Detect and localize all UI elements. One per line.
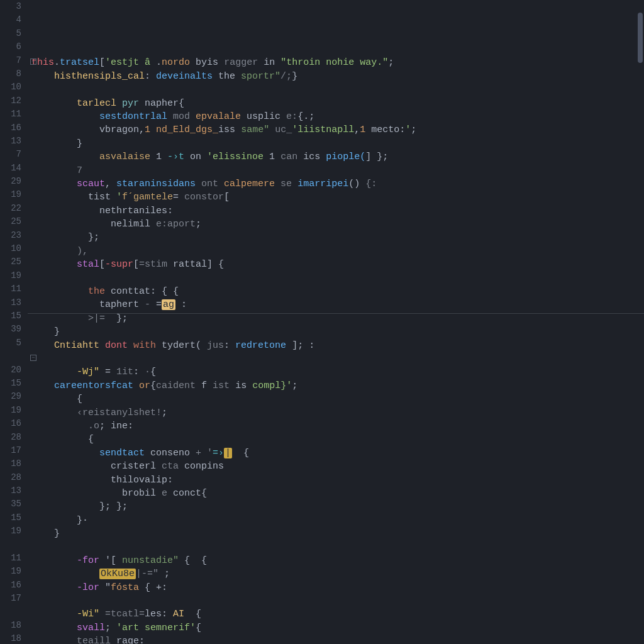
line-number: 28 [0, 471, 21, 484]
token [31, 111, 99, 122]
code-line[interactable]: } [31, 137, 644, 150]
token: tarlecl [77, 98, 116, 109]
code-line[interactable] [31, 272, 644, 285]
token: /; [280, 71, 292, 82]
code-line[interactable]: teaill rage: [31, 635, 644, 644]
code-line[interactable]: brobil e conct{ [31, 487, 644, 500]
token: ragger [224, 57, 258, 68]
token [31, 179, 77, 189]
code-line[interactable]: >|= }; [31, 312, 644, 325]
code-line[interactable]: histhensipls_cal: deveinalts the sportr"… [31, 70, 644, 83]
code-line[interactable]: -for '[ nunstadie" { { [31, 554, 644, 567]
line-number: 18 [0, 619, 21, 632]
code-line[interactable]: } [31, 325, 644, 338]
token: staraninsidans [116, 179, 196, 189]
code-line[interactable]: scaut, staraninsidans ont calpemere se i… [31, 177, 644, 191]
token: ; [105, 623, 116, 633]
token: teaill [77, 636, 111, 644]
code-line[interactable]: ‹reistanylshet!; [31, 406, 644, 419]
code-line[interactable]: { [31, 433, 644, 446]
code-line[interactable]: }· [31, 514, 644, 527]
token: : [175, 299, 187, 310]
fold-marker-icon[interactable]: − [30, 355, 36, 361]
token: se [275, 179, 297, 189]
code-line[interactable]: thilovalip: [31, 474, 644, 487]
code-line[interactable]: -Wi" =tcatl=les: AI { [31, 608, 644, 621]
line-number: 25 [0, 215, 21, 228]
line-number: 22 [0, 202, 21, 215]
code-line[interactable]: 7 [31, 164, 644, 177]
token: e: [286, 111, 297, 122]
token: rattal [167, 259, 207, 270]
token: iss [218, 125, 241, 135]
token: conseno [145, 448, 196, 458]
code-line[interactable]: OkKu8e|-=" ; [31, 567, 644, 580]
line-number [0, 350, 21, 363]
code-line[interactable]: sestdontrlal mod epvalale usplic e:{.; [31, 110, 644, 123]
line-number: 19 [0, 404, 21, 417]
code-line[interactable] [31, 83, 644, 96]
token: mod [167, 111, 196, 122]
token: : [145, 71, 156, 82]
token: =tcatl= [99, 609, 145, 619]
code-line[interactable]: vbragon,1 nd_Eld_dgs_iss same" uc_'liist… [31, 123, 644, 136]
code-line[interactable] [31, 540, 644, 553]
code-line[interactable]: nelimil e:aport; [31, 218, 644, 231]
code-line[interactable]: careentorsfcat or{caident f ist is compl… [31, 379, 644, 392]
code-line[interactable]: -Wj" = 1it: ·{ [31, 365, 644, 379]
code-line[interactable]: −this.tratsel['estjt â .nordo byis ragge… [31, 56, 644, 69]
code-line[interactable]: nethrtaniles: [31, 204, 644, 218]
code-line[interactable]: stal[-supr[=stim rattal] { [31, 258, 644, 271]
token: taphert [31, 299, 145, 310]
code-editor[interactable]: 3456781012111613714291922252310251911131… [0, 0, 644, 644]
code-line[interactable]: svall; 'art semnerif'{ [31, 621, 644, 635]
token [31, 475, 111, 486]
token: ' [405, 125, 411, 135]
token: ; [196, 219, 201, 230]
token: "throin nohie way." [280, 57, 388, 68]
code-line[interactable] [31, 43, 644, 56]
token [31, 219, 111, 230]
fold-marker-icon[interactable]: − [30, 58, 36, 65]
code-line[interactable]: − [31, 352, 644, 365]
token: 1it [116, 367, 133, 377]
token: compl}' [252, 380, 292, 391]
token: | [136, 569, 142, 579]
token: + ' [196, 448, 213, 458]
line-number: 13 [0, 296, 21, 309]
code-line[interactable]: Cntiahtt dont with tydert( jus: redreton… [31, 339, 644, 352]
code-line[interactable]: }; [31, 231, 644, 244]
token: can [280, 152, 297, 162]
code-line[interactable]: sendtact conseno + '=›| { [31, 447, 644, 460]
code-line[interactable]: -lor "fósta { +: [31, 581, 644, 594]
token: ]; : [286, 340, 314, 351]
code-line[interactable]: { [31, 392, 644, 406]
token: }; [105, 313, 128, 324]
code-line[interactable]: cristerl cta conpins [31, 460, 644, 473]
line-number: 39 [0, 323, 21, 336]
code-line[interactable]: tarlecl pyr napher{ [31, 97, 644, 110]
token [31, 569, 99, 579]
token: 1 [264, 152, 280, 162]
code-line[interactable] [31, 594, 644, 608]
token: asvalaise [99, 152, 150, 162]
token: 1 [150, 152, 167, 162]
token: redretone [235, 340, 286, 351]
code-line[interactable]: the conttat: { { [31, 285, 644, 298]
code-line[interactable]: ), [31, 245, 644, 258]
line-number: 23 [0, 229, 21, 242]
code-line[interactable]: .o; ine: [31, 419, 644, 433]
token: : [167, 475, 173, 486]
code-line[interactable]: taphert - =ag : [31, 298, 644, 311]
token [31, 340, 54, 351]
token: the [88, 286, 105, 297]
token: : [224, 340, 235, 351]
line-number: 16 [0, 121, 21, 135]
code-line[interactable]: } [31, 527, 644, 540]
code-line[interactable]: }; }; [31, 500, 644, 513]
code-line[interactable]: asvalaise 1 -›t on 'elissinoe 1 can ics … [31, 150, 644, 164]
token: 1 [145, 125, 150, 135]
code-line[interactable]: tist 'f´gamtele= constor[ [31, 191, 644, 204]
token: }; [31, 232, 99, 243]
code-area[interactable]: −this.tratsel['estjt â .nordo byis ragge… [28, 0, 644, 644]
